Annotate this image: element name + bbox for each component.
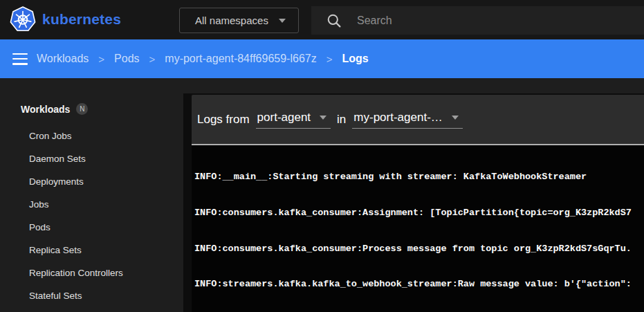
kubernetes-dashboard: kubernetes All namespaces Workloads > Po… bbox=[0, 0, 644, 312]
chevron-down-icon bbox=[320, 116, 326, 120]
log-view[interactable]: INFO:__main__:Starting streaming with st… bbox=[192, 145, 644, 312]
sidebar-section-label: Workloads bbox=[21, 104, 70, 115]
logs-title-prefix: Logs from bbox=[197, 113, 250, 127]
log-line: INFO:streamers.kafka.kafka_to_webhook_st… bbox=[194, 278, 644, 290]
log-line: INFO:consumers.kafka_consumer:Assignment… bbox=[194, 207, 644, 219]
sidebar-item-replica-sets[interactable]: Replica Sets bbox=[0, 239, 183, 261]
brand-title: kubernetes bbox=[42, 11, 121, 28]
breadcrumb-separator: > bbox=[98, 53, 104, 65]
sidebar: Workloads N Cron Jobs Daemon Sets Deploy… bbox=[0, 78, 183, 312]
pod-select[interactable]: my-port-agent-… bbox=[352, 111, 462, 129]
chevron-down-icon bbox=[279, 19, 286, 23]
namespaced-badge: N bbox=[76, 103, 88, 115]
main-area: Workloads N Cron Jobs Daemon Sets Deploy… bbox=[0, 78, 644, 312]
sidebar-item-jobs[interactable]: Jobs bbox=[0, 193, 183, 216]
container-select-value: port-agent bbox=[257, 111, 311, 125]
namespace-select-value: All namespaces bbox=[195, 15, 279, 26]
kubernetes-logo-icon bbox=[10, 6, 36, 33]
sidebar-items: Cron Jobs Daemon Sets Deployments Jobs P… bbox=[0, 125, 183, 307]
menu-icon[interactable] bbox=[12, 53, 28, 65]
log-line: INFO:__main__:Starting streaming with st… bbox=[194, 171, 644, 183]
logs-card-header: Logs from port-agent in my-port-agent-… bbox=[192, 95, 644, 144]
brand-home-link[interactable]: kubernetes bbox=[10, 6, 121, 33]
sidebar-item-replication-controllers[interactable]: Replication Controllers bbox=[0, 261, 183, 284]
container-select[interactable]: port-agent bbox=[256, 111, 331, 129]
sidebar-section-workloads[interactable]: Workloads N bbox=[21, 103, 88, 115]
breadcrumb-item-pods[interactable]: Pods bbox=[114, 53, 139, 65]
search-input[interactable] bbox=[357, 15, 585, 27]
log-line: INFO:consumers.kafka_consumer:Process me… bbox=[194, 243, 644, 255]
breadcrumb-separator: > bbox=[149, 53, 156, 65]
sidebar-item-stateful-sets[interactable]: Stateful Sets bbox=[0, 284, 183, 307]
top-bar: kubernetes All namespaces bbox=[0, 0, 644, 39]
pod-select-value: my-port-agent-… bbox=[353, 111, 442, 125]
sidebar-item-daemon-sets[interactable]: Daemon Sets bbox=[0, 147, 183, 170]
logs-card: Logs from port-agent in my-port-agent-… … bbox=[192, 95, 644, 312]
namespace-select[interactable]: All namespaces bbox=[179, 8, 299, 33]
breadcrumb: Workloads > Pods > my-port-agent-84ff696… bbox=[37, 53, 369, 65]
search-box[interactable] bbox=[311, 6, 644, 35]
search-icon bbox=[326, 13, 342, 28]
content-top-strip bbox=[183, 78, 644, 93]
content-area: Logs from port-agent in my-port-agent-… … bbox=[183, 78, 644, 312]
logs-title-infix: in bbox=[337, 113, 346, 127]
breadcrumb-current-logs: Logs bbox=[342, 53, 368, 65]
sidebar-item-pods[interactable]: Pods bbox=[0, 216, 183, 239]
breadcrumb-item-pod-name[interactable]: my-port-agent-84ff69659-l667z bbox=[165, 53, 316, 65]
sidebar-item-deployments[interactable]: Deployments bbox=[0, 170, 183, 193]
breadcrumb-item-workloads[interactable]: Workloads bbox=[37, 53, 89, 65]
chevron-down-icon bbox=[452, 116, 459, 120]
breadcrumb-bar: Workloads > Pods > my-port-agent-84ff696… bbox=[0, 39, 644, 78]
breadcrumb-separator: > bbox=[326, 53, 333, 65]
sidebar-item-cron-jobs[interactable]: Cron Jobs bbox=[0, 125, 183, 147]
